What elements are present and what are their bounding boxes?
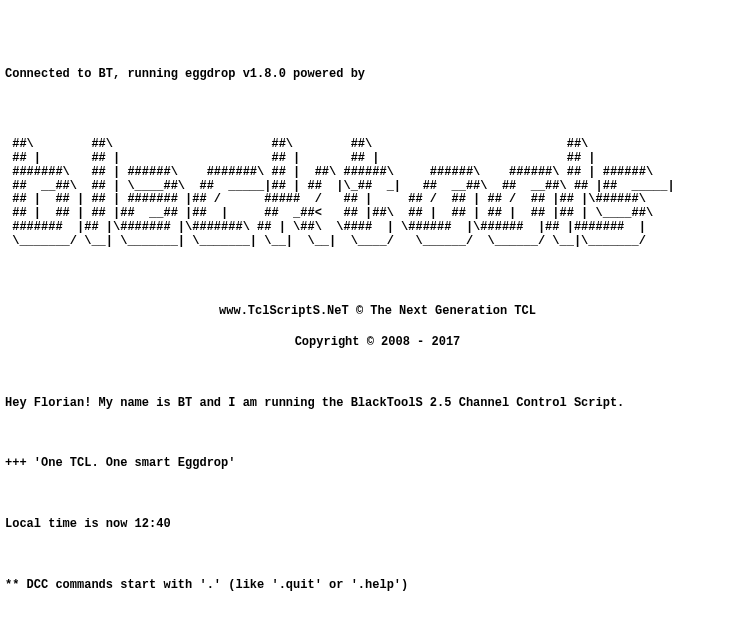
localtime-line: Local time is now 12:40	[5, 517, 750, 533]
ascii-banner: ##\ ##\ ##\ ##\ ##\ ## | ## | ## | ## | …	[5, 138, 750, 248]
site-url-line: www.TclScriptS.NeT © The Next Generation…	[5, 304, 750, 320]
connection-status: Connected to BT, running eggdrop v1.8.0 …	[5, 67, 750, 83]
greeting-line: Hey Florian! My name is BT and I am runn…	[5, 396, 750, 412]
dcc-hint-line: ** DCC commands start with '.' (like '.q…	[5, 578, 750, 594]
copyright-line: Copyright © 2008 - 2017	[5, 335, 750, 351]
tagline-line: +++ 'One TCL. One smart Eggdrop'	[5, 456, 750, 472]
